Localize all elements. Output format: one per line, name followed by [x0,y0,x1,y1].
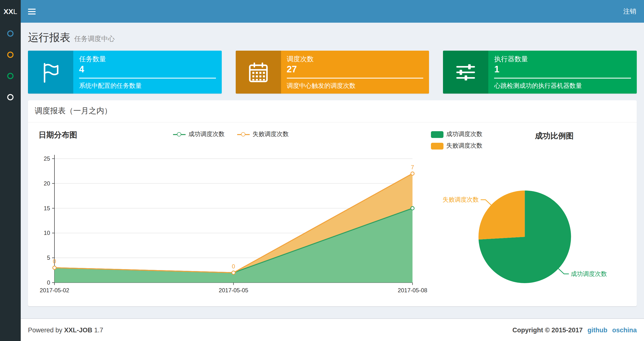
legend-label: 失败调度次数 [446,142,482,150]
calendar-icon [236,51,281,94]
info-box-description: 系统中配置的任务数量 [79,81,216,90]
powered-by-text: Powered by XXL-JOB 1.7 [28,326,103,333]
info-box-content: 任务数量 4 系统中配置的任务数量 [73,51,222,94]
page-title: 运行报表 [28,31,70,44]
info-box-value: 4 [79,64,216,75]
legend-swatch-icon [431,131,443,138]
info-box-description: 调度中心触发的调度次数 [286,81,423,90]
legend-label: 失败调度次数 [252,130,289,138]
pie-chart-title: 成功比例图 [535,131,574,141]
sidebar-toggle-button[interactable] [21,0,42,23]
hamburger-icon [28,9,36,10]
report-panel: 调度报表（一月之内） 日期分布图 [28,100,637,306]
footer-right: Copyright © 2015-2017 github oschina [512,326,637,333]
product-name: XXL-JOB [64,326,92,333]
oschina-link[interactable]: oschina [612,326,637,333]
xxl-job-dashboard: XXL 注销 运行报表任务调度中心 [0,0,644,341]
content-area: 运行报表任务调度中心 任务数量 4 [21,23,644,318]
x-axis-label: 2017-05-08 [398,287,427,293]
pie-label-line [480,200,491,205]
data-point-fail [411,172,414,175]
pie-label-line [558,269,568,274]
legend-item-success[interactable]: 成功调度次数 [431,130,482,138]
page-footer: Powered by XXL-JOB 1.7 Copyright © 2015-… [21,318,644,341]
y-axis-label: 25 [44,155,50,162]
info-box-content: 执行器数量 1 心跳检测成功的执行器机器数量 [488,51,637,94]
pie-label: 成功调度次数 [571,270,607,277]
circle-menu-icon[interactable] [7,73,14,79]
line-chart-header: 日期分布图 成功调度次数 [34,126,428,143]
y-axis-label: 15 [44,205,50,211]
pie-label: 失败调度次数 [442,196,479,203]
point-label: 7 [411,164,414,171]
point-label: 0 [53,258,56,264]
info-box-value: 27 [286,64,423,75]
line-chart-title: 日期分布图 [38,131,77,139]
panel-body: 日期分布图 成功调度次数 [28,123,637,306]
legend-item-fail[interactable]: 失败调度次数 [237,130,289,138]
y-axis-label: 0 [47,279,50,286]
info-box-tasks: 任务数量 4 系统中配置的任务数量 [28,51,222,94]
top-navbar: XXL 注销 [0,0,644,23]
line-chart-legend: 成功调度次数 失败调度次数 [173,130,289,138]
legend-line-icon [173,132,186,137]
body-row: 运行报表任务调度中心 任务数量 4 [0,23,644,341]
x-axis-label: 2017-05-02 [40,287,70,293]
info-box-separator [494,77,631,78]
pie-chart-legend: 成功调度次数 失败调度次数 [431,130,482,150]
circle-menu-icon[interactable] [7,94,14,100]
success-ratio-section: 成功调度次数 失败调度次数 成功比例图 成功调度次数失败调度次数 [428,126,631,299]
info-box-description: 心跳检测成功的执行器机器数量 [494,81,631,90]
success-ratio-pie-chart: 成功调度次数失败调度次数 [428,155,631,299]
legend-line-icon [237,132,250,137]
y-axis-label: 5 [47,254,50,261]
github-link[interactable]: github [588,326,607,333]
pie-slice [478,191,525,239]
copyright-text: Copyright © 2015-2017 [512,326,583,333]
app-logo[interactable]: XXL [0,0,21,23]
viewport: XXL 注销 运行报表任务调度中心 [0,0,644,341]
page-subtitle: 任务调度中心 [74,35,115,43]
info-box-separator [79,77,216,78]
circle-menu-icon[interactable] [7,52,14,58]
logo-bold-text: XX [4,7,13,16]
logo-light-text: L [13,7,17,16]
data-point-fail [232,271,235,274]
x-axis-label: 2017-05-05 [218,287,248,293]
info-box-label: 任务数量 [79,55,216,64]
sidebar-menu [0,23,21,341]
info-box-label: 调度次数 [286,55,423,64]
legend-label: 成功调度次数 [446,130,482,138]
data-point-fail [53,266,56,269]
info-box-triggers: 调度次数 27 调度中心触发的调度次数 [236,51,429,94]
sliders-icon [443,51,488,94]
page-header: 运行报表任务调度中心 [28,28,637,51]
main-column: 运行报表任务调度中心 任务数量 4 [21,23,644,341]
logout-button[interactable]: 注销 [616,0,644,23]
info-box-row: 任务数量 4 系统中配置的任务数量 [28,51,637,94]
product-version: 1.7 [94,326,104,333]
y-axis-label: 10 [44,230,50,236]
point-label: 0 [232,263,235,270]
legend-item-fail[interactable]: 失败调度次数 [431,142,482,150]
info-box-content: 调度次数 27 调度中心触发的调度次数 [281,51,429,94]
legend-item-success[interactable]: 成功调度次数 [173,130,225,138]
date-distribution-chart: 05101520252017-05-022017-05-052017-05-08… [34,146,428,297]
info-box-label: 执行器数量 [494,55,631,64]
date-distribution-section: 日期分布图 成功调度次数 [34,126,428,299]
legend-label: 成功调度次数 [188,130,225,138]
panel-title: 调度报表（一月之内） [28,100,637,123]
legend-swatch-icon [431,143,443,149]
info-box-value: 1 [494,64,631,75]
flag-icon [28,51,73,94]
info-box-separator [286,77,423,78]
y-axis-label: 20 [44,180,50,187]
circle-menu-icon[interactable] [7,30,14,37]
info-box-executors: 执行器数量 1 心跳检测成功的执行器机器数量 [443,51,637,94]
pie-chart-header: 成功调度次数 失败调度次数 成功比例图 [428,126,631,150]
data-point-success [411,207,414,210]
